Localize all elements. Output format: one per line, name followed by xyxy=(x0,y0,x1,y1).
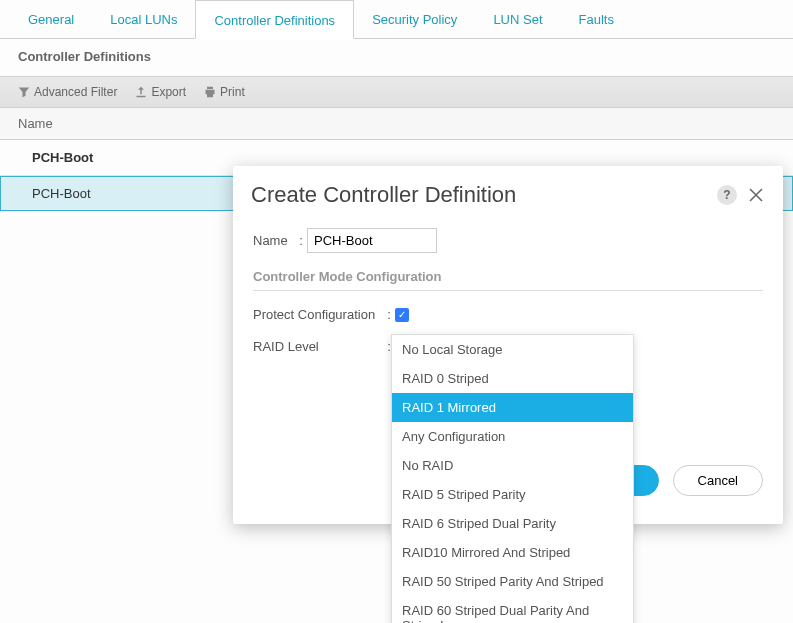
raid-level-dropdown: No Local Storage RAID 0 Striped RAID 1 M… xyxy=(391,334,634,623)
advanced-filter-button[interactable]: Advanced Filter xyxy=(18,85,117,99)
tab-bar: General Local LUNs Controller Definition… xyxy=(0,0,793,39)
raid-option-no-local-storage[interactable]: No Local Storage xyxy=(392,335,633,364)
raid-option-any-configuration[interactable]: Any Configuration xyxy=(392,422,633,451)
print-label: Print xyxy=(220,85,245,99)
raid-option-raid6[interactable]: RAID 6 Striped Dual Parity xyxy=(392,509,633,538)
advanced-filter-label: Advanced Filter xyxy=(34,85,117,99)
print-icon xyxy=(204,86,216,98)
name-label: Name xyxy=(253,233,295,248)
controller-mode-heading: Controller Mode Configuration xyxy=(253,259,763,291)
raid-option-raid0[interactable]: RAID 0 Striped xyxy=(392,364,633,393)
raid-option-raid50[interactable]: RAID 50 Striped Parity And Striped xyxy=(392,567,633,596)
tab-local-luns[interactable]: Local LUNs xyxy=(92,0,195,38)
protect-configuration-checkbox[interactable]: ✓ xyxy=(395,308,409,322)
toolbar: Advanced Filter Export Print xyxy=(0,76,793,108)
protect-configuration-label: Protect Configuration xyxy=(253,307,383,322)
table-header-name[interactable]: Name xyxy=(0,108,793,140)
filter-icon xyxy=(18,86,30,98)
section-title: Controller Definitions xyxy=(0,39,793,76)
raid-option-raid1[interactable]: RAID 1 Mirrored xyxy=(392,393,633,422)
help-icon[interactable]: ? xyxy=(717,185,737,205)
raid-option-no-raid[interactable]: No RAID xyxy=(392,451,633,480)
dialog-title: Create Controller Definition xyxy=(251,182,516,208)
tab-security-policy[interactable]: Security Policy xyxy=(354,0,475,38)
tab-faults[interactable]: Faults xyxy=(561,0,632,38)
export-label: Export xyxy=(151,85,186,99)
export-icon xyxy=(135,86,147,98)
tab-lun-set[interactable]: LUN Set xyxy=(475,0,560,38)
name-input[interactable] xyxy=(307,228,437,253)
raid-level-label: RAID Level xyxy=(253,339,383,354)
cancel-button[interactable]: Cancel xyxy=(673,465,763,496)
close-icon[interactable] xyxy=(747,186,765,204)
tab-controller-definitions[interactable]: Controller Definitions xyxy=(195,0,354,39)
raid-option-raid60[interactable]: RAID 60 Striped Dual Parity And Striped xyxy=(392,596,633,623)
export-button[interactable]: Export xyxy=(135,85,186,99)
print-button[interactable]: Print xyxy=(204,85,245,99)
raid-option-raid5[interactable]: RAID 5 Striped Parity xyxy=(392,480,633,509)
raid-option-raid10[interactable]: RAID10 Mirrored And Striped xyxy=(392,538,633,567)
tab-general[interactable]: General xyxy=(10,0,92,38)
